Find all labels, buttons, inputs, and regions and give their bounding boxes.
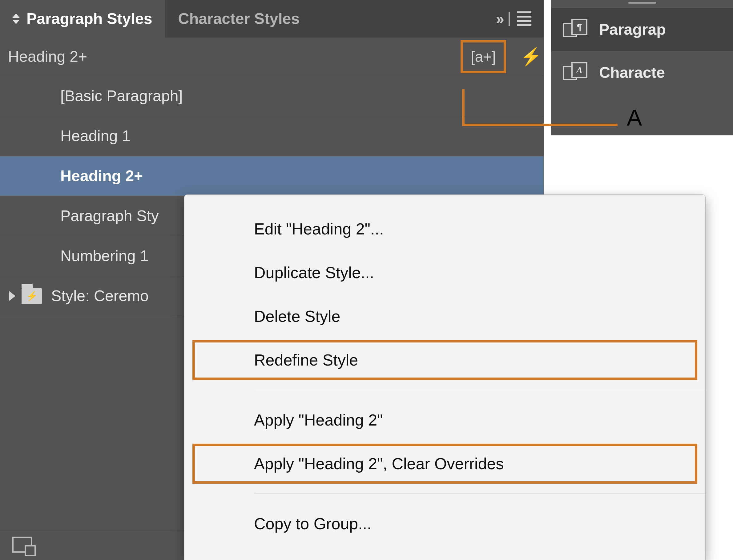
menu-separator [254, 494, 705, 494]
menu-apply-style[interactable]: Apply "Heading 2" [184, 398, 705, 442]
menu-label: Apply "Heading 2" [254, 411, 383, 429]
paragraph-styles-icon: ¶ [563, 19, 590, 40]
tab-character-label: Character Styles [178, 10, 300, 28]
menu-label: Delete Style [254, 307, 340, 326]
menu-label: Apply "Heading 2", Clear Overrides [254, 454, 504, 473]
docked-panels: ¶ Paragrap A Characte [551, 0, 733, 135]
current-style-row: Heading 2+ [a+] ⚡ [0, 38, 544, 76]
style-override-highlighter-button[interactable]: [a+] [461, 40, 506, 73]
dock-tab-label: Characte [599, 64, 665, 82]
menu-label: New Group from Styles... [254, 558, 433, 560]
tab-bar-tools: ›› [313, 0, 544, 38]
panel-menu-icon[interactable] [517, 11, 531, 26]
chevron-right-icon[interactable] [9, 291, 15, 301]
menu-copy-to-group[interactable]: Copy to Group... [184, 502, 705, 546]
sort-icon[interactable] [12, 14, 20, 24]
tab-character-styles[interactable]: Character Styles [166, 0, 313, 38]
style-context-menu: Edit "Heading 2"... Duplicate Style... D… [184, 194, 706, 560]
quick-apply-icon[interactable]: ⚡ [520, 46, 542, 67]
style-group-name: Style: Ceremo [51, 287, 149, 305]
menu-duplicate-style[interactable]: Duplicate Style... [184, 251, 705, 294]
callout-leader-vertical [462, 89, 465, 126]
panel-tab-bar: Paragraph Styles Character Styles ›› [0, 0, 544, 38]
style-name: [Basic Paragraph] [60, 87, 182, 105]
character-styles-icon: A [563, 62, 590, 83]
style-row-heading-2[interactable]: Heading 2+ [0, 156, 544, 196]
tab-paragraph-label: Paragraph Styles [26, 10, 152, 28]
style-name: Numbering 1 [60, 247, 148, 265]
menu-edit-style[interactable]: Edit "Heading 2"... [184, 207, 705, 251]
menu-label: Duplicate Style... [254, 263, 374, 282]
menu-label: Redefine Style [254, 351, 358, 369]
cc-libraries-icon[interactable] [12, 537, 32, 553]
menu-label: Copy to Group... [254, 514, 372, 533]
dock-tab-character-styles[interactable]: A Characte [551, 51, 733, 94]
callout-label-a: A [627, 105, 642, 131]
menu-delete-style[interactable]: Delete Style [184, 294, 705, 338]
menu-redefine-style[interactable]: Redefine Style [184, 338, 705, 382]
style-name: Heading 2+ [60, 167, 143, 185]
dock-tab-paragraph-styles[interactable]: ¶ Paragrap [551, 8, 733, 51]
menu-apply-clear-overrides[interactable]: Apply "Heading 2", Clear Overrides [184, 442, 705, 486]
dock-tab-label: Paragrap [599, 21, 666, 38]
separator [509, 12, 510, 26]
style-name: Heading 1 [60, 127, 130, 145]
style-name: Paragraph Sty [60, 207, 159, 225]
callout-leader-horizontal [462, 124, 618, 126]
collapse-panel-icon[interactable]: ›› [496, 10, 503, 28]
dock-grabber[interactable] [551, 0, 733, 8]
menu-new-group-from-styles[interactable]: New Group from Styles... [184, 546, 705, 560]
menu-label: Edit "Heading 2"... [254, 220, 384, 238]
style-group-folder-icon: ⚡ [22, 288, 42, 304]
current-style-name: Heading 2+ [8, 48, 87, 66]
tab-paragraph-styles[interactable]: Paragraph Styles [0, 0, 166, 38]
